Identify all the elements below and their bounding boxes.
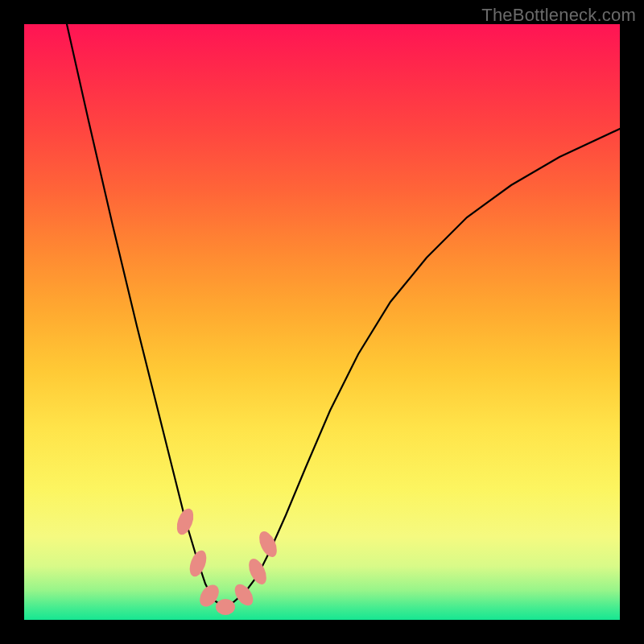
chart-container: TheBottleneck.com [0, 0, 644, 644]
svg-point-4 [231, 581, 257, 609]
bottleneck-curve [67, 24, 620, 605]
svg-point-3 [216, 599, 235, 615]
watermark-text: TheBottleneck.com [481, 5, 636, 26]
curve-svg [24, 24, 620, 620]
svg-point-6 [256, 529, 281, 559]
plot-area [24, 24, 620, 620]
svg-point-5 [246, 556, 270, 587]
svg-point-0 [174, 506, 197, 537]
svg-point-1 [187, 548, 210, 579]
